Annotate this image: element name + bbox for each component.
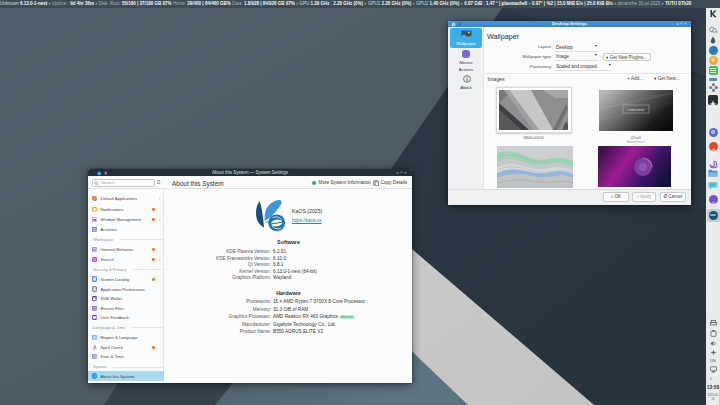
svg-text:a noite interior: a noite interior xyxy=(628,107,645,111)
svg-text:A: A xyxy=(93,345,96,350)
svg-text:i: i xyxy=(94,373,96,378)
